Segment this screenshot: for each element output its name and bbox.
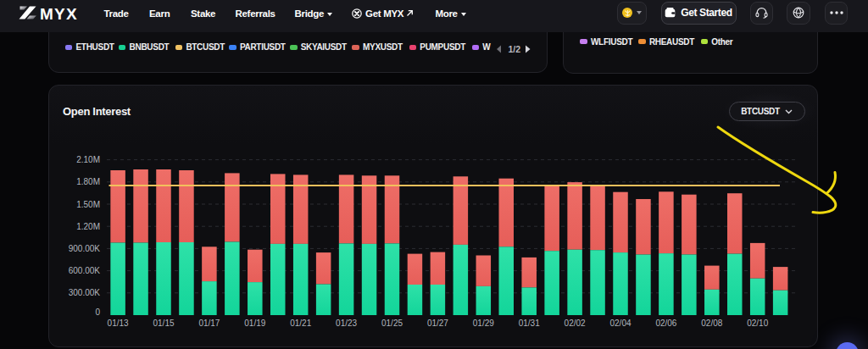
svg-text:0: 0 — [95, 307, 100, 317]
svg-text:1.80M: 1.80M — [76, 177, 100, 186]
svg-text:01/13: 01/13 — [108, 319, 129, 328]
svg-text:01/21: 01/21 — [290, 319, 311, 328]
svg-text:01/27: 01/27 — [427, 319, 448, 328]
svg-text:900.00K: 900.00K — [69, 244, 101, 253]
svg-text:01/25: 01/25 — [381, 319, 403, 328]
svg-text:01/19: 01/19 — [244, 319, 265, 328]
svg-text:02/06: 02/06 — [655, 319, 676, 328]
svg-text:02/02: 02/02 — [565, 319, 586, 328]
svg-text:01/17: 01/17 — [198, 319, 220, 328]
svg-text:1.20M: 1.20M — [76, 222, 100, 231]
svg-text:02/10: 02/10 — [747, 319, 768, 328]
svg-text:1.50M: 1.50M — [76, 200, 100, 209]
svg-text:01/15: 01/15 — [153, 319, 174, 328]
svg-text:300.00K: 300.00K — [69, 288, 101, 297]
svg-text:01/29: 01/29 — [473, 319, 494, 328]
svg-text:1/2: 1/2 — [509, 44, 521, 54]
svg-text:02/08: 02/08 — [701, 319, 722, 328]
svg-text:02/04: 02/04 — [609, 319, 631, 328]
svg-text:01/31: 01/31 — [519, 319, 540, 328]
svg-text:600.00K: 600.00K — [69, 266, 101, 275]
svg-text:01/23: 01/23 — [336, 319, 357, 328]
svg-text:2.10M: 2.10M — [76, 155, 100, 164]
